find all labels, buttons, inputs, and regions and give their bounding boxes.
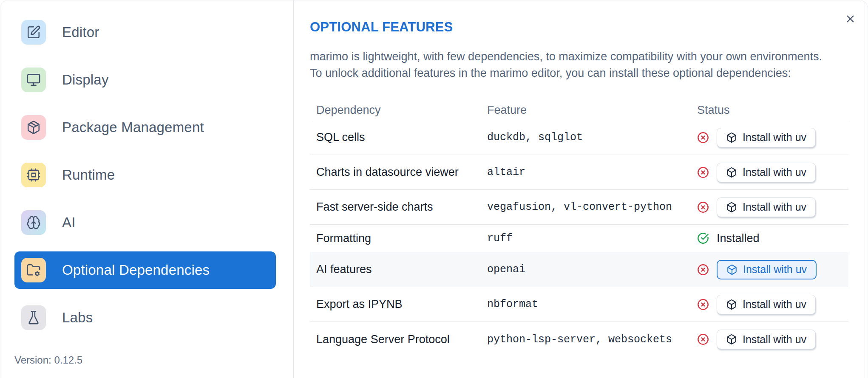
installed-check-icon	[697, 232, 709, 244]
status-cell: Install with uv	[691, 330, 848, 349]
feature-cell: duckdb, sqlglot	[481, 131, 691, 144]
not-installed-x-icon	[697, 166, 709, 178]
sidebar-item-optional-dependencies[interactable]: Optional Dependencies	[14, 251, 276, 289]
table-row: Export as IPYNBnbformatInstall with uv	[310, 287, 848, 322]
dependency-cell: Language Server Protocol	[310, 333, 481, 346]
table-row: Charts in datasource vieweraltairInstall…	[310, 155, 848, 190]
install-with-uv-label: Install with uv	[743, 298, 806, 310]
feature-cell: python-lsp-server, websockets	[481, 333, 691, 346]
package-box-icon	[726, 167, 737, 178]
install-with-uv-button[interactable]: Install with uv	[717, 128, 816, 147]
package-box-icon	[726, 202, 737, 213]
feature-cell: vegafusion, vl-convert-python	[481, 201, 691, 213]
settings-sidebar: EditorDisplayPackage ManagementRuntimeAI…	[0, 0, 294, 378]
panel-description: marimo is lightweight, with few dependen…	[310, 48, 868, 82]
not-installed-x-icon	[697, 299, 709, 310]
dependency-cell: SQL cells	[310, 131, 481, 144]
not-installed-x-icon	[697, 132, 709, 144]
description-line-1: marimo is lightweight, with few dependen…	[310, 50, 822, 63]
sidebar-item-label: AI	[62, 214, 76, 231]
table-row: AI featuresopenaiInstall with uv	[310, 252, 848, 287]
sidebar-item-package-management[interactable]: Package Management	[14, 109, 276, 146]
feature-cell: altair	[481, 166, 691, 178]
table-row: FormattingruffInstalled	[310, 225, 848, 252]
column-header-dependency: Dependency	[310, 104, 481, 117]
dependency-cell: AI features	[310, 263, 481, 276]
table-row: Language Server Protocolpython-lsp-serve…	[310, 322, 848, 357]
dependency-cell: Fast server-side charts	[310, 200, 481, 214]
install-with-uv-button[interactable]: Install with uv	[717, 295, 816, 314]
sidebar-item-runtime[interactable]: Runtime	[14, 156, 276, 194]
feature-cell: nbformat	[481, 298, 691, 310]
editor-pencil-icon	[21, 20, 46, 45]
status-cell: Install with uv	[691, 163, 848, 182]
feature-cell: openai	[481, 263, 691, 276]
sidebar-item-label: Runtime	[62, 167, 115, 183]
sidebar-item-label: Package Management	[62, 119, 204, 135]
table-row: Fast server-side chartsvegafusion, vl-co…	[310, 190, 848, 225]
status-cell: Install with uv	[691, 197, 848, 217]
package-box-icon	[726, 264, 738, 275]
status-cell: Installed	[691, 232, 848, 245]
sidebar-item-editor[interactable]: Editor	[14, 14, 276, 51]
dependencies-table: Dependency Feature Status SQL cellsduckd…	[310, 100, 848, 357]
table-header: Dependency Feature Status	[310, 100, 848, 120]
version-label: Version: 0.12.5	[14, 354, 293, 366]
close-icon	[845, 20, 856, 26]
sidebar-item-label: Editor	[62, 24, 99, 40]
install-with-uv-label: Install with uv	[743, 263, 807, 276]
monitor-icon	[21, 68, 46, 92]
package-box-icon	[726, 299, 737, 310]
sidebar-item-label: Display	[62, 72, 109, 88]
package-box-icon	[726, 334, 737, 345]
dependency-cell: Export as IPYNB	[310, 298, 481, 311]
page-title: OPTIONAL FEATURES	[310, 20, 868, 34]
sidebar-item-label: Optional Dependencies	[62, 262, 210, 278]
brain-icon	[21, 210, 46, 235]
cpu-icon	[21, 163, 46, 187]
description-line-2: To unlock additional features in the mar…	[310, 67, 791, 79]
sidebar-item-label: Labs	[62, 310, 93, 326]
column-header-feature: Feature	[481, 104, 691, 117]
status-cell: Install with uv	[691, 295, 848, 314]
install-with-uv-button[interactable]: Install with uv	[717, 163, 816, 182]
not-installed-x-icon	[697, 264, 709, 276]
sidebar-item-labs[interactable]: Labs	[14, 299, 276, 336]
dependency-cell: Charts in datasource viewer	[310, 166, 481, 179]
status-cell: Install with uv	[691, 260, 848, 279]
sidebar-nav: EditorDisplayPackage ManagementRuntimeAI…	[14, 14, 293, 336]
sidebar-item-ai[interactable]: AI	[14, 204, 276, 241]
table-row: SQL cellsduckdb, sqlglotInstall with uv	[310, 120, 848, 155]
optional-features-panel: OPTIONAL FEATURES marimo is lightweight,…	[294, 0, 868, 378]
settings-dialog: EditorDisplayPackage ManagementRuntimeAI…	[0, 0, 868, 378]
package-box-icon	[726, 132, 737, 143]
install-with-uv-button[interactable]: Install with uv	[717, 197, 816, 217]
column-header-status: Status	[691, 104, 848, 117]
flask-icon	[21, 305, 46, 330]
feature-cell: ruff	[481, 232, 691, 245]
install-with-uv-label: Install with uv	[743, 201, 806, 213]
install-with-uv-button[interactable]: Install with uv	[717, 260, 817, 279]
close-button[interactable]	[844, 13, 857, 26]
sidebar-item-display[interactable]: Display	[14, 61, 276, 99]
installed-label: Installed	[717, 232, 760, 245]
features-table-body: SQL cellsduckdb, sqlglotInstall with uvC…	[310, 120, 848, 357]
folder-cog-icon	[21, 258, 46, 282]
dependency-cell: Formatting	[310, 232, 481, 245]
install-with-uv-label: Install with uv	[743, 166, 806, 178]
not-installed-x-icon	[697, 201, 709, 213]
status-cell: Install with uv	[691, 128, 848, 147]
install-with-uv-label: Install with uv	[743, 333, 806, 346]
install-with-uv-button[interactable]: Install with uv	[717, 330, 816, 349]
not-installed-x-icon	[697, 333, 709, 345]
install-with-uv-label: Install with uv	[743, 131, 806, 144]
package-icon	[21, 115, 46, 140]
